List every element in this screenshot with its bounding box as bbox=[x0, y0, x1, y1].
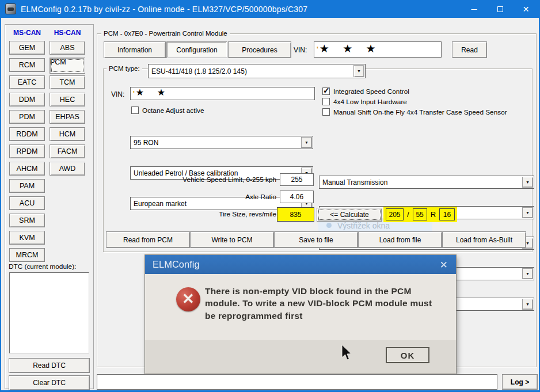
log-button[interactable]: Log > bbox=[502, 374, 538, 390]
chevron-down-icon[interactable]: ▼ bbox=[301, 137, 312, 148]
axle-ratio-label: Axle Ratio bbox=[105, 193, 276, 201]
vin-inner-value: ★ ★ bbox=[136, 88, 170, 97]
snip-overlay-icon bbox=[326, 223, 332, 228]
sidebar-item-tcm[interactable]: TCM bbox=[50, 75, 85, 89]
manshift-checkbox-box[interactable] bbox=[322, 108, 330, 116]
sidebar-item-awd[interactable]: AWD bbox=[50, 162, 85, 176]
tire-size-label: Tire Size, revs/mile bbox=[105, 210, 276, 218]
tire-rim-input[interactable]: 16 bbox=[439, 208, 455, 220]
tire-slash-label: / bbox=[407, 210, 409, 219]
vin-inner-prefix: ' bbox=[133, 90, 135, 98]
octane-rating-select[interactable]: 95 RON ▼ bbox=[130, 136, 313, 149]
ok-button[interactable]: OK bbox=[386, 347, 429, 363]
error-icon: ✕ bbox=[176, 287, 200, 311]
minimize-button[interactable]: ─ bbox=[461, 0, 487, 18]
titlebar: ELMConfig 0.2.17b by civil-zz - Online m… bbox=[0, 0, 540, 18]
read-dtc-button[interactable]: Read DTC bbox=[9, 358, 90, 373]
speed-limit-label: Vehicle Speed Limit, 0-255 kph bbox=[105, 176, 276, 184]
sidebar-item-rcm[interactable]: RCM bbox=[9, 58, 45, 72]
chevron-down-icon[interactable]: ▼ bbox=[522, 177, 533, 188]
low4x4-checkbox-box[interactable] bbox=[322, 98, 330, 105]
hs-can-header: HS-CAN bbox=[49, 29, 86, 37]
dialog-close-icon[interactable]: ✕ bbox=[440, 259, 448, 271]
tire-size-input[interactable]: 835 bbox=[277, 207, 314, 222]
sidebar-item-pam[interactable]: PAM bbox=[9, 179, 45, 193]
manshift-checkbox-label: Manual Shift On-the Fly 4x4 Transfer Cas… bbox=[333, 108, 507, 116]
sidebar-item-rpdm[interactable]: RPDM bbox=[9, 144, 45, 158]
tab-procedures[interactable]: Procedures bbox=[228, 41, 291, 58]
sidebar-item-ddm[interactable]: DDM bbox=[9, 93, 45, 106]
sidebar-item-ahcm[interactable]: AHCM bbox=[9, 162, 45, 176]
snip-overlay-label: Výstřižek okna bbox=[337, 221, 390, 230]
checkbox-integrated-speed-control[interactable]: ✓ Integrated Speed Control bbox=[322, 87, 409, 96]
sidebar-item-eatc[interactable]: EATC bbox=[9, 75, 45, 89]
transmission-value: Manual Transmission bbox=[322, 178, 387, 187]
dtc-listbox[interactable] bbox=[9, 272, 89, 353]
tire-spec-group: 205 / 55 R 16 bbox=[383, 207, 457, 222]
sidebar-item-acu[interactable]: ACU bbox=[9, 196, 45, 210]
sidebar-item-pcm[interactable]: PCM bbox=[50, 58, 85, 74]
sidebar-item-mrcm[interactable]: MRCM bbox=[9, 248, 45, 262]
vin-inner-input[interactable]: ' ★ ★ bbox=[130, 87, 315, 100]
checkbox-manual-shift[interactable]: Manual Shift On-the Fly 4x4 Transfer Cas… bbox=[322, 108, 507, 116]
chevron-down-icon[interactable]: ▼ bbox=[522, 268, 533, 279]
tire-r-label: R bbox=[431, 210, 436, 219]
clear-dtc-button[interactable]: Clear DTC bbox=[9, 375, 90, 390]
speed-limit-input[interactable]: 255 bbox=[280, 173, 314, 186]
window-title: ELMConfig 0.2.17b by civil-zz - Online m… bbox=[21, 5, 307, 14]
pcm-type-select[interactable]: ESU-411/418 (1.8 125/2.0 145) ▼ bbox=[148, 64, 366, 78]
sidebar-item-pdm[interactable]: PDM bbox=[9, 110, 45, 124]
dialog-titlebar: ELMConfig ✕ bbox=[145, 255, 456, 274]
app-icon bbox=[5, 3, 16, 14]
write-to-pcm-button[interactable]: Write to PCM bbox=[190, 231, 274, 248]
checkbox-4x4-low-input[interactable]: 4x4 Low Input Hardware bbox=[322, 98, 407, 106]
read-from-pcm-button[interactable]: Read from PCM bbox=[106, 231, 190, 248]
sidebar-item-ehpas[interactable]: EHPAS bbox=[50, 110, 85, 124]
pcm-group-title: PCM - 0x7E0 - Powertrain Control Module bbox=[101, 30, 230, 37]
sidebar-item-srm[interactable]: SRM bbox=[9, 214, 45, 227]
save-to-file-button[interactable]: Save to file bbox=[274, 231, 358, 248]
checkbox-octane-adjust[interactable]: Octane Adjust active bbox=[131, 106, 204, 115]
dialog-title: ELMConfig bbox=[153, 259, 200, 270]
sidebar-item-abs[interactable]: ABS bbox=[50, 41, 85, 55]
vin-top-value: ★ ★ ★ bbox=[320, 43, 381, 54]
maximize-button[interactable] bbox=[487, 0, 513, 18]
dtc-label: DTC (current module): bbox=[9, 262, 76, 271]
calculate-button[interactable]: <= Calculate bbox=[317, 208, 382, 222]
load-from-file-button[interactable]: Load from file bbox=[358, 231, 442, 248]
vin-top-label: VIN: bbox=[294, 46, 307, 54]
error-dialog: ELMConfig ✕ ✕ There is non-empty VID blo… bbox=[145, 255, 456, 374]
sidebar-item-hcm[interactable]: HCM bbox=[50, 127, 85, 141]
transmission-select[interactable]: Manual Transmission ▼ bbox=[319, 176, 534, 189]
read-vin-button[interactable]: Read bbox=[452, 41, 487, 58]
sidebar-item-kvm[interactable]: KVM bbox=[9, 231, 45, 245]
low4x4-checkbox-label: 4x4 Low Input Hardware bbox=[333, 98, 407, 106]
sidebar-item-hec[interactable]: HEC bbox=[50, 93, 85, 106]
chevron-down-icon[interactable]: ▼ bbox=[353, 65, 364, 77]
octane-checkbox-box[interactable] bbox=[131, 106, 139, 114]
vin-top-prefix: ' bbox=[317, 45, 318, 54]
chevron-down-icon[interactable]: ▼ bbox=[522, 299, 533, 310]
mouse-cursor bbox=[340, 344, 353, 361]
load-from-asbuilt-button[interactable]: Load from As-Built bbox=[442, 231, 526, 248]
close-button[interactable]: ✕ bbox=[513, 0, 539, 18]
log-input[interactable] bbox=[97, 374, 497, 390]
pcm-type-value: ESU-411/418 (1.8 125/2.0 145) bbox=[151, 67, 247, 75]
octane-rating-value: 95 RON bbox=[134, 139, 158, 147]
isc-checkbox-box[interactable]: ✓ bbox=[322, 87, 330, 95]
tire-width-input[interactable]: 205 bbox=[386, 208, 404, 220]
tab-configuration[interactable]: Configuration bbox=[166, 41, 227, 58]
maximize-icon bbox=[497, 6, 503, 12]
isc-checkbox-label: Integrated Speed Control bbox=[333, 87, 409, 96]
octane-checkbox-label: Octane Adjust active bbox=[142, 106, 204, 115]
tire-aspect-input[interactable]: 55 bbox=[413, 208, 427, 220]
pcm-type-label: PCM type: bbox=[107, 65, 142, 72]
ms-can-header: MS-CAN bbox=[9, 29, 45, 37]
axle-ratio-input[interactable]: 4.06 bbox=[280, 191, 314, 203]
vin-top-input[interactable]: ' ★ ★ ★ bbox=[314, 41, 442, 58]
sidebar-item-gem[interactable]: GEM bbox=[9, 41, 45, 55]
tab-information[interactable]: Information bbox=[104, 41, 166, 58]
sidebar-item-rddm[interactable]: RDDM bbox=[9, 127, 45, 141]
chevron-down-icon[interactable]: ▼ bbox=[522, 207, 533, 218]
sidebar-item-facm[interactable]: FACM bbox=[50, 144, 85, 158]
